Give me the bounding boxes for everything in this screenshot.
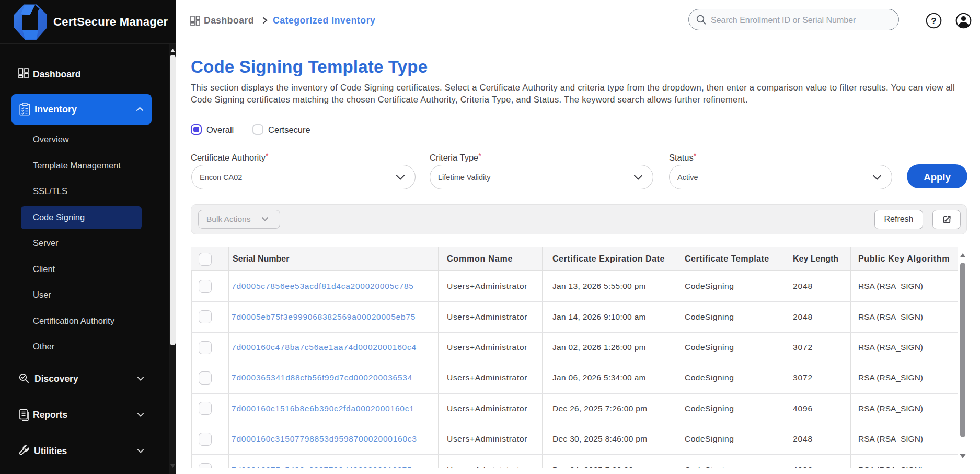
svg-text:?: ? <box>931 16 936 26</box>
